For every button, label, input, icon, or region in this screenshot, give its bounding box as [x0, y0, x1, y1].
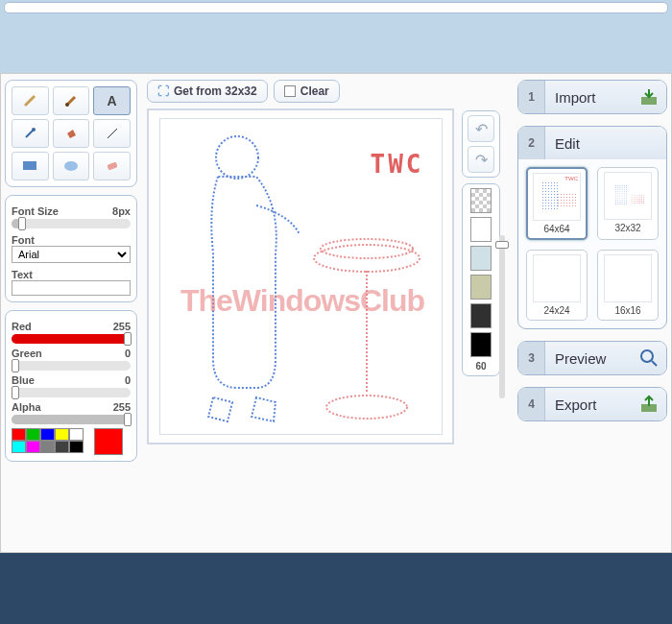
font-select[interactable]: Arial — [12, 246, 131, 263]
step-title: Edit — [545, 135, 666, 152]
green-value: 0 — [125, 348, 131, 359]
svg-line-5 — [108, 129, 117, 138]
page-footer — [0, 553, 672, 624]
undo-button[interactable]: ↶ — [468, 115, 494, 142]
canvas[interactable]: TheWindowsClub TWC — [159, 118, 443, 435]
alpha-slider[interactable] — [12, 415, 131, 424]
import-icon — [636, 84, 662, 110]
thumb-label: 16x16 — [614, 305, 640, 316]
font-panel: Font Size8px Font Arial Text — [5, 195, 137, 302]
alpha-label: Alpha — [12, 401, 41, 413]
clear-label: Clear — [300, 84, 329, 98]
font-size-slider[interactable] — [12, 219, 131, 228]
svg-point-2 — [65, 103, 69, 107]
red-label: Red — [12, 321, 32, 332]
swatch[interactable] — [69, 441, 84, 453]
svg-line-0 — [25, 96, 35, 106]
editor-main: A Font Size8px Font Arial Text Red255 Gr… — [0, 73, 672, 553]
blue-label: Blue — [12, 374, 35, 386]
thumb-label: 64x64 — [543, 224, 569, 234]
clear-checkbox[interactable] — [284, 85, 296, 97]
color-panel: Red255 Green0 Blue0 Alpha255 — [5, 310, 137, 462]
palette-swatch[interactable] — [470, 275, 492, 300]
tool-pencil[interactable] — [12, 86, 49, 115]
green-slider[interactable] — [12, 361, 131, 371]
tool-picker[interactable] — [12, 119, 49, 148]
svg-point-10 — [314, 245, 420, 272]
magnify-icon — [636, 345, 662, 372]
tool-ellipse[interactable] — [53, 152, 90, 180]
tool-line[interactable] — [93, 119, 131, 148]
tool-brush[interactable] — [53, 86, 90, 115]
swatch[interactable] — [12, 428, 26, 441]
thumb-label: 32x32 — [614, 223, 640, 233]
swatch[interactable] — [12, 441, 26, 453]
swatch[interactable] — [55, 441, 69, 453]
thumb-label: 24x24 — [543, 305, 569, 316]
text-input[interactable] — [12, 280, 131, 296]
red-value: 255 — [113, 321, 131, 332]
redo-button[interactable]: ↷ — [468, 146, 494, 173]
center-area: ⛶ Get from 32x32 Clear — [137, 80, 489, 546]
svg-point-15 — [641, 350, 653, 362]
top-banner — [4, 2, 668, 13]
swatch[interactable] — [26, 441, 40, 453]
svg-point-4 — [32, 128, 36, 132]
thumb-32[interactable]: 32x32 — [597, 167, 659, 240]
tool-text[interactable]: A — [93, 86, 131, 115]
left-panel: A Font Size8px Font Arial Text Red255 Gr… — [5, 80, 137, 546]
step-import[interactable]: 1 Import — [517, 80, 667, 114]
step-num: 3 — [518, 342, 545, 374]
thumb-24[interactable]: 24x24 — [526, 250, 588, 321]
tool-eraser[interactable] — [93, 152, 131, 180]
svg-point-9 — [216, 136, 258, 179]
svg-rect-6 — [23, 161, 36, 170]
palette-swatch[interactable] — [470, 332, 492, 357]
swatch[interactable] — [55, 428, 69, 441]
get-from-label: Get from 32x32 — [174, 84, 257, 98]
swatch[interactable] — [69, 428, 84, 441]
alpha-value: 255 — [113, 401, 131, 413]
step-preview[interactable]: 3 Preview — [517, 341, 667, 375]
step-num: 2 — [518, 127, 545, 159]
step-title: Preview — [545, 350, 636, 367]
font-size-label: Font Size — [12, 205, 59, 217]
tool-palette: A — [5, 80, 137, 187]
blue-value: 0 — [125, 374, 131, 386]
tool-fill[interactable] — [53, 119, 90, 148]
palette-transparent[interactable] — [470, 188, 492, 213]
step-edit: 2 Edit TWC 64x64 32x32 24x24 16x — [517, 126, 667, 329]
thumb-64[interactable]: TWC 64x64 — [526, 167, 588, 240]
svg-point-13 — [326, 396, 407, 419]
step-num: 4 — [518, 388, 545, 420]
red-slider[interactable] — [12, 334, 131, 344]
step-export[interactable]: 4 Export — [517, 387, 667, 421]
opacity-value: 60 — [475, 361, 486, 372]
expand-icon: ⛶ — [157, 84, 169, 98]
clear-button[interactable]: Clear — [274, 80, 340, 103]
swatch[interactable] — [26, 428, 40, 441]
swatch-grid — [12, 428, 88, 453]
thumbnails-grid: TWC 64x64 32x32 24x24 16x16 — [518, 159, 666, 328]
zoom-slider-wrap — [492, 235, 512, 398]
get-from-button[interactable]: ⛶ Get from 32x32 — [147, 80, 268, 103]
canvas-bottom-text: TheWindowsClub — [180, 283, 424, 318]
palette-swatch[interactable] — [470, 217, 492, 242]
zoom-slider[interactable] — [499, 235, 505, 398]
thumb-16[interactable]: 16x16 — [597, 250, 659, 321]
tool-rect[interactable] — [12, 152, 49, 180]
green-label: Green — [12, 348, 42, 359]
swatch[interactable] — [40, 428, 55, 441]
font-size-value: 8px — [112, 205, 131, 217]
blue-slider[interactable] — [12, 388, 131, 397]
text-label: Text — [12, 269, 131, 280]
swatch[interactable] — [40, 441, 55, 453]
svg-rect-8 — [107, 161, 117, 170]
canvas-frame: TheWindowsClub TWC — [147, 108, 454, 444]
svg-line-16 — [652, 361, 657, 366]
palette-swatch[interactable] — [470, 246, 492, 271]
font-label: Font — [12, 234, 131, 246]
palette-swatch[interactable] — [470, 303, 492, 328]
export-icon — [636, 391, 662, 418]
step-title: Import — [545, 89, 636, 106]
